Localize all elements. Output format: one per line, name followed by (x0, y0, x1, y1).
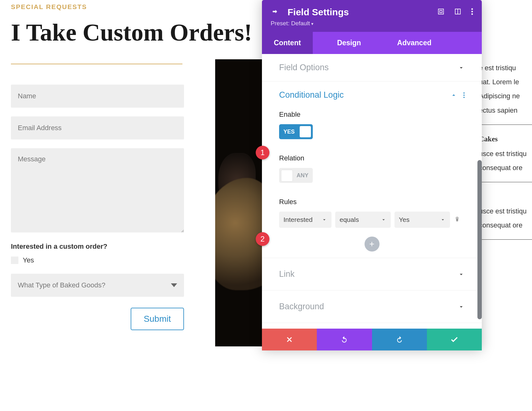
chevron-down-icon (458, 64, 465, 71)
svg-rect-0 (438, 9, 444, 14)
field-settings-panel: Field Settings Preset: Default▾ Content … (262, 0, 482, 350)
annotation-1: 1 (256, 146, 269, 159)
enable-label: Enable (279, 110, 465, 119)
section-field-options[interactable]: Field Options (279, 63, 465, 72)
enable-toggle[interactable]: YES (279, 124, 313, 139)
chevron-down-icon (440, 217, 446, 223)
section-menu-icon[interactable] (463, 92, 465, 98)
relation-label: Relation (279, 154, 465, 162)
svg-point-6 (472, 13, 473, 15)
chevron-down-icon (458, 303, 465, 310)
panel-title: Field Settings (288, 7, 349, 17)
section-background[interactable]: Background (279, 302, 465, 311)
submit-button[interactable]: Submit (131, 308, 184, 330)
section-conditional-logic[interactable]: Conditional Logic (279, 90, 465, 100)
divider (11, 64, 182, 64)
rule-value-dropdown[interactable]: Yes (394, 212, 450, 228)
chevron-down-icon (381, 217, 386, 223)
checkbox-label: Yes (23, 256, 34, 264)
cancel-button[interactable] (262, 329, 317, 350)
caret-down-icon (171, 283, 177, 287)
question-label: Interested in a custom order? (11, 242, 184, 251)
tab-content[interactable]: Content (262, 32, 313, 54)
kebab-icon[interactable] (471, 8, 473, 16)
side-heading-cakes: Cakes (479, 134, 532, 145)
chevron-down-icon (458, 271, 465, 278)
add-rule-button[interactable]: + (365, 237, 380, 252)
relation-toggle[interactable]: ANY (279, 168, 313, 183)
message-input[interactable] (11, 148, 184, 232)
delete-rule-icon[interactable] (454, 216, 461, 224)
save-button[interactable] (427, 329, 482, 350)
rule-op-dropdown[interactable]: equals (335, 212, 391, 228)
preset-selector[interactable]: Preset: Default▾ (271, 20, 473, 27)
expand-icon[interactable] (438, 8, 444, 16)
svg-point-5 (472, 11, 473, 12)
panel-scrollbar[interactable] (477, 160, 482, 319)
select-label: What Type of Baked Goods? (18, 281, 105, 289)
chevron-up-icon (450, 92, 457, 99)
email-input[interactable] (11, 116, 184, 139)
svg-rect-1 (440, 10, 442, 12)
rule-field-dropdown[interactable]: Interested (279, 212, 331, 228)
annotation-2: 2 (256, 232, 269, 246)
rules-label: Rules (279, 198, 465, 206)
side-content: e est tristiquuat. Lorem leAdipiscing ne… (479, 62, 532, 248)
svg-point-4 (472, 8, 473, 10)
chevron-down-icon (322, 217, 327, 223)
back-icon[interactable] (271, 7, 279, 17)
tab-design[interactable]: Design (325, 32, 373, 54)
redo-button[interactable] (372, 329, 427, 350)
baked-goods-select[interactable]: What Type of Baked Goods? (11, 274, 184, 297)
layout-icon[interactable] (454, 8, 461, 16)
yes-checkbox[interactable] (11, 257, 18, 264)
tab-advanced[interactable]: Advanced (385, 32, 443, 54)
section-link[interactable]: Link (279, 269, 465, 279)
name-input[interactable] (11, 85, 184, 108)
undo-button[interactable] (317, 329, 372, 350)
